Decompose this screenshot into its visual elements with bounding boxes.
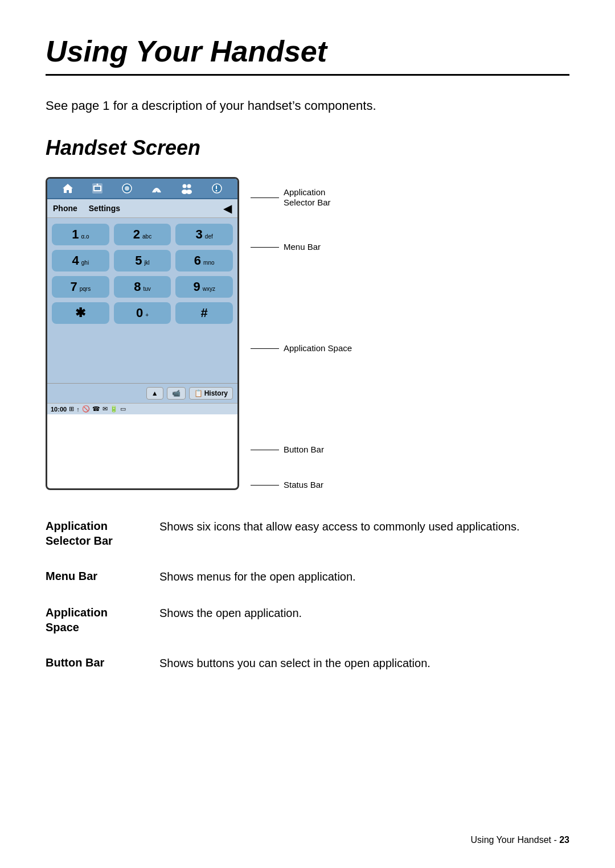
svg-point-8 (183, 184, 187, 188)
svg-point-5 (97, 184, 99, 186)
def-desc-menu-bar: Shows menus for the open application. (159, 569, 569, 585)
ann-menu-bar: Menu Bar (251, 242, 352, 252)
handset-frame: ! (46, 177, 239, 490)
ann-app-space-label: Application Space (284, 343, 352, 353)
footer-page: 23 (559, 835, 569, 845)
def-term-menu-bar: Menu Bar (46, 569, 159, 585)
def-term-button-bar: Button Bar (46, 655, 159, 671)
btn-bar-history[interactable]: 📋 History (189, 387, 233, 400)
dial-key-9[interactable]: 9 wxyz (175, 276, 233, 298)
dial-key-6[interactable]: 6 mno (175, 250, 233, 271)
status-icon-mail: ✉ (102, 405, 108, 413)
dial-key-2[interactable]: 2 abc (114, 224, 171, 245)
status-icon-grid: ⊞ (69, 405, 74, 413)
ann-button-bar-label: Button Bar (284, 445, 324, 455)
title-rule (46, 74, 569, 76)
app-icon-circle2 (211, 182, 223, 195)
def-row-app-space: ApplicationSpace Shows the open applicat… (46, 605, 569, 635)
dial-grid: 1 α.ο 2 abc 3 def 4 ghi 5 jkl (52, 224, 233, 324)
def-row-button-bar: Button Bar Shows buttons you can select … (46, 655, 569, 671)
def-row-app-selector: ApplicationSelector Bar Shows six icons … (46, 519, 569, 548)
ann-app-selector-label: ApplicationSelector Bar (284, 187, 331, 208)
status-icon-battery: 🔋 (110, 405, 118, 413)
definitions: ApplicationSelector Bar Shows six icons … (46, 519, 569, 671)
svg-rect-4 (95, 187, 100, 190)
app-icon-phone (91, 182, 104, 195)
status-icon-box: ▭ (120, 405, 126, 413)
app-icon-signal (150, 182, 163, 195)
svg-rect-13 (216, 186, 217, 189)
btn-bar-upload[interactable]: ▲ (146, 387, 163, 400)
app-selector-bar: ! (47, 179, 237, 199)
svg-text:!: ! (69, 190, 71, 195)
status-bar: 10:00 ⊞ ↑ 🚫 ☎ ✉ 🔋 ▭ (47, 403, 237, 414)
menu-item-phone: Phone (53, 204, 77, 213)
dial-key-star[interactable]: ✱ (52, 302, 109, 324)
app-icon-people (180, 182, 194, 195)
btn-bar-camera[interactable]: 📹 (167, 387, 186, 400)
intro-text: See page 1 for a description of your han… (46, 98, 569, 113)
footer: Using Your Handset - 23 (471, 835, 569, 845)
status-icon-nosig: 🚫 (82, 405, 90, 413)
button-bar: ▲ 📹 📋 History (47, 383, 237, 403)
ann-button-bar: Button Bar (251, 445, 352, 455)
menu-bar-items: Phone Settings (53, 204, 120, 213)
def-desc-app-selector: Shows six icons that allow easy access t… (159, 519, 569, 548)
status-time: 10:00 (51, 406, 67, 413)
right-annotations: ApplicationSelector Bar Menu Bar Applica… (251, 177, 352, 490)
dial-key-0[interactable]: 0 + (114, 302, 171, 324)
svg-point-7 (125, 186, 129, 191)
def-term-app-space: ApplicationSpace (46, 605, 159, 635)
def-row-menu-bar: Menu Bar Shows menus for the open applic… (46, 569, 569, 585)
def-desc-app-space: Shows the open application. (159, 605, 569, 635)
handset-diagram: ! (46, 177, 569, 490)
def-term-app-selector: ApplicationSelector Bar (46, 519, 159, 548)
section-title: Handset Screen (46, 136, 569, 160)
dial-key-7[interactable]: 7 pqrs (52, 276, 109, 298)
menu-bar: Phone Settings ◀ (47, 199, 237, 218)
ann-menu-bar-label: Menu Bar (284, 242, 321, 252)
backspace-icon: ◀ (223, 201, 232, 215)
dial-key-hash[interactable]: # (175, 302, 233, 324)
ann-app-space: Application Space (251, 343, 352, 353)
dial-key-3[interactable]: 3 def (175, 224, 233, 245)
ann-app-selector: ApplicationSelector Bar (251, 187, 352, 208)
svg-marker-0 (63, 184, 73, 193)
dial-key-5[interactable]: 5 jkl (114, 250, 171, 271)
def-desc-button-bar: Shows buttons you can select in the open… (159, 655, 569, 671)
ann-status-bar-label: Status Bar (284, 480, 323, 490)
app-icon-home: ! (62, 182, 74, 195)
footer-text: Using Your Handset - (471, 835, 560, 845)
svg-point-14 (216, 190, 218, 192)
dial-key-8[interactable]: 8 tuv (114, 276, 171, 298)
ann-status-bar: Status Bar (251, 480, 352, 490)
page-title: Using Your Handset (46, 34, 569, 68)
app-icon-circle (121, 182, 133, 195)
dial-key-1[interactable]: 1 α.ο (52, 224, 109, 245)
status-icon-phone: ☎ (92, 405, 100, 413)
app-space: 1 α.ο 2 abc 3 def 4 ghi 5 jkl (47, 218, 237, 383)
menu-item-settings: Settings (89, 204, 120, 213)
dial-key-4[interactable]: 4 ghi (52, 250, 109, 271)
status-icon-up: ↑ (76, 406, 80, 413)
svg-point-9 (187, 184, 191, 188)
svg-point-11 (186, 190, 192, 194)
